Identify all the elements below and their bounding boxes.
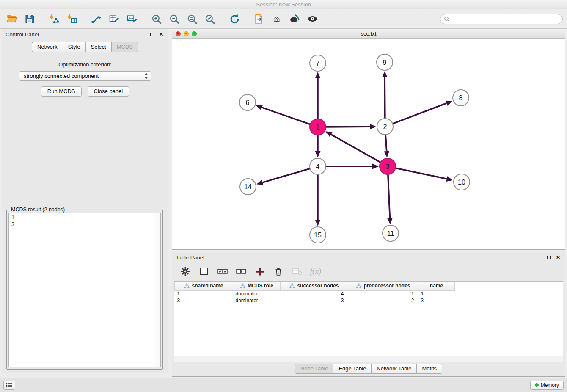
table-cell: 3 (281, 297, 348, 304)
graph-node[interactable]: 14 (240, 179, 256, 195)
table-horizontal-scrollbar[interactable] (174, 356, 563, 362)
graph-edge[interactable] (262, 108, 310, 124)
table-cell: 3 (175, 297, 233, 304)
deselect-all-rows-icon[interactable] (235, 265, 248, 278)
tab-network-table[interactable]: Network Table (371, 364, 416, 374)
toolbar-group-import (47, 12, 80, 26)
result-vertical-scrollbar[interactable] (155, 213, 160, 367)
paint-styles-icon[interactable] (287, 12, 302, 26)
clone-network-icon[interactable] (251, 12, 267, 26)
graph-node-label: 1 (316, 124, 320, 131)
control-panel-title: Control Panel (6, 31, 39, 38)
select-all-rows-icon[interactable] (216, 265, 229, 278)
control-panel-tabs: Network Style Select MCDS (2, 42, 168, 52)
run-mcds-button[interactable]: Run MCDS (41, 86, 82, 97)
close-table-panel-icon[interactable]: ✕ (555, 254, 561, 261)
memory-button[interactable]: Memory (530, 381, 564, 390)
table-row[interactable]: 1dominator411 (175, 290, 455, 297)
graph-node-label: 4 (316, 163, 320, 170)
column-header-successor-nodes[interactable]: successor nodes (281, 282, 348, 290)
window-titlebar[interactable]: Session: New Session (0, 0, 567, 9)
zoom-selected-icon[interactable] (202, 12, 217, 26)
tab-style[interactable]: Style (63, 42, 85, 52)
import-table-icon[interactable] (64, 12, 80, 26)
network-canvas[interactable]: 7968124314101511 (172, 39, 565, 249)
graph-edge[interactable] (385, 77, 385, 119)
network-graph-svg: 7968124314101511 (172, 39, 565, 249)
column-header-mcds-role[interactable]: MCDS role (233, 282, 281, 290)
column-header-shared-name[interactable]: shared name (175, 282, 233, 290)
column-header-predecessor-nodes[interactable]: predecessor nodes (348, 282, 418, 290)
function-builder-icon[interactable]: f(x) (309, 265, 322, 278)
column-header-name[interactable]: name (418, 282, 455, 290)
column-hierarchy-icon (240, 283, 245, 288)
graph-node[interactable]: 11 (383, 225, 399, 241)
tab-select[interactable]: Select (85, 42, 111, 52)
create-column-plus-icon[interactable] (253, 265, 266, 278)
search-box[interactable] (440, 14, 563, 24)
tab-mcds[interactable]: MCDS (111, 42, 138, 52)
result-line: 1 (11, 214, 158, 221)
mcds-result-list[interactable]: 13 (8, 213, 161, 367)
graph-node[interactable]: 1 (310, 119, 326, 135)
graph-edge[interactable] (263, 168, 310, 182)
network-overview-icon[interactable]: ⌂⌂ (269, 12, 284, 26)
graph-node[interactable]: 3 (380, 158, 396, 174)
delete-table-icon[interactable] (291, 265, 303, 278)
graph-node[interactable]: 15 (310, 227, 326, 243)
toolbar-group-refresh (227, 12, 242, 26)
tab-motifs[interactable]: Motifs (416, 364, 442, 374)
float-table-panel-icon[interactable] (545, 254, 552, 261)
graph-edge[interactable] (326, 127, 370, 127)
column-hierarchy-icon (289, 283, 295, 288)
table-row[interactable]: 3dominator323 (175, 297, 455, 304)
column-hierarchy-icon (356, 283, 361, 288)
toolbar-group-apps: ⌂⌂ (251, 12, 320, 26)
mcds-result-lines: 13 (9, 213, 160, 229)
graph-node[interactable]: 10 (454, 174, 470, 190)
zoom-out-icon[interactable] (167, 12, 182, 26)
graph-edge[interactable] (385, 135, 386, 151)
column-hierarchy-icon (184, 283, 190, 288)
tab-network[interactable]: Network (32, 42, 63, 52)
export-table-icon[interactable] (107, 12, 122, 26)
refresh-icon[interactable] (227, 12, 242, 26)
export-image-icon[interactable] (124, 12, 140, 26)
search-input[interactable] (450, 16, 559, 22)
search-icon (444, 16, 450, 22)
table-cell: dominator (233, 290, 281, 297)
graph-node[interactable]: 4 (310, 158, 326, 174)
graph-edge[interactable] (393, 103, 447, 124)
graph-edge[interactable] (331, 135, 380, 163)
close-panel-button[interactable]: Close panel (88, 86, 129, 97)
task-history-icon[interactable] (3, 381, 15, 390)
tab-edge-table[interactable]: Edge Table (333, 364, 371, 374)
show-columns-icon[interactable] (198, 265, 210, 278)
zoom-in-icon[interactable] (149, 12, 164, 26)
float-panel-icon[interactable] (149, 31, 155, 38)
optimization-criterion-label: Optimization criterion: (2, 61, 168, 68)
open-file-icon[interactable] (4, 12, 19, 26)
delete-column-trash-icon[interactable] (272, 265, 285, 278)
optimization-criterion-dropdown[interactable]: strongly connected component (19, 71, 151, 81)
table-cell: 3 (418, 297, 455, 304)
graph-node[interactable]: 2 (377, 119, 393, 135)
graph-edge[interactable] (388, 174, 390, 218)
zoom-fit-icon[interactable] (184, 12, 200, 26)
tab-node-table[interactable]: Node Table (295, 364, 333, 374)
table-cell: 2 (348, 297, 418, 304)
fx-glyph: f(x) (310, 267, 321, 276)
table-settings-gear-icon[interactable] (179, 265, 192, 278)
graph-edge-arrowhead (446, 101, 452, 106)
network-window-titlebar[interactable]: scc.txt ✕ − + (172, 29, 565, 39)
show-hide-panel-icon[interactable] (305, 12, 320, 26)
save-session-icon[interactable] (22, 12, 37, 26)
graph-node[interactable]: 7 (310, 55, 326, 71)
graph-node[interactable]: 8 (453, 90, 469, 106)
graph-edge[interactable] (396, 168, 447, 179)
new-network-icon[interactable] (89, 12, 104, 26)
graph-node[interactable]: 9 (377, 54, 393, 70)
graph-node[interactable]: 6 (239, 94, 256, 110)
import-network-icon[interactable] (47, 12, 62, 26)
close-panel-icon[interactable]: ✕ (158, 31, 165, 38)
